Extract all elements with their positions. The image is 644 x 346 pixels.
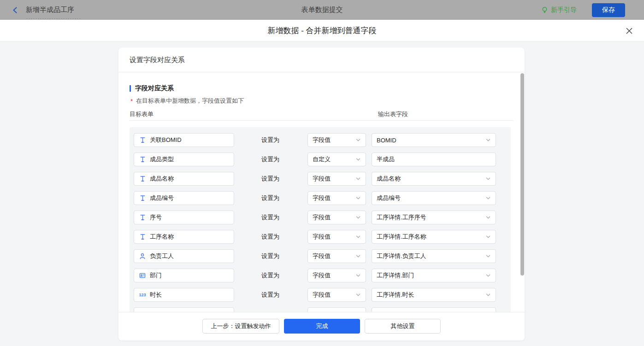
value-mode-select[interactable]: 字段值: [307, 172, 366, 186]
target-field-box: 序号: [134, 211, 234, 224]
text-field-icon: [139, 175, 146, 182]
chevron-left-icon: [12, 6, 19, 14]
mapping-row: 序号 设置为 字段值 工序详情.工序序号: [130, 211, 511, 230]
section-title: 字段对应关系: [130, 84, 525, 93]
target-field-box: 成品编号: [134, 191, 234, 205]
value-mode-text: 字段值: [313, 194, 331, 202]
target-field-name: 负责工人: [150, 252, 174, 260]
output-field-select[interactable]: 工序详情.负责工人: [372, 249, 496, 263]
output-field-select[interactable]: 成品编号: [372, 191, 496, 205]
value-mode-text: 自定义: [313, 155, 331, 164]
guide-bulb-icon: [541, 6, 548, 13]
prev-step-button[interactable]: 上一步：设置触发动作: [202, 319, 279, 334]
card-footer: 上一步：设置触发动作 完成 其他设置: [118, 312, 525, 340]
close-icon: [625, 27, 633, 35]
modal-title: 新增数据 - 合并新增到普通字段: [267, 25, 376, 36]
chevron-down-icon: [355, 292, 361, 298]
save-button[interactable]: 保存: [592, 3, 625, 17]
user-icon: [139, 252, 146, 260]
value-mode-select[interactable]: 字段值: [307, 249, 366, 263]
output-value-input[interactable]: 半成品: [372, 152, 496, 166]
chevron-down-icon: [485, 176, 491, 182]
chevron-down-icon: [485, 253, 491, 259]
target-field-box: [134, 307, 234, 312]
none: [139, 311, 146, 312]
title-edit-underline: [26, 18, 81, 19]
chevron-down-icon: [355, 157, 361, 162]
output-field-text: 半成品: [377, 155, 395, 164]
set-as-label: 设置为: [261, 133, 279, 147]
section-description: * 在目标表单中新增数据，字段值设置如下: [130, 97, 525, 105]
column-header-output-field: 输出表字段: [378, 110, 408, 118]
target-field-name: 部门: [150, 271, 162, 280]
chevron-down-icon: [485, 292, 491, 298]
output-field-text: 成品编号: [377, 194, 401, 202]
target-field-box: 负责工人: [134, 249, 234, 263]
value-mode-text: 字段值: [313, 136, 331, 144]
workflow-title[interactable]: 新增半成品工序: [26, 6, 74, 14]
value-mode-text: 字段值: [313, 175, 331, 183]
close-button[interactable]: [624, 26, 634, 36]
chevron-down-icon: [485, 234, 491, 240]
set-as-label: 设置为: [261, 152, 279, 166]
value-mode-select[interactable]: 字段值: [307, 269, 366, 282]
target-field-name: 时长: [150, 291, 162, 299]
output-field-select[interactable]: 成品名称: [372, 172, 496, 186]
set-as-label: 设置为: [261, 191, 279, 205]
modal-header: 新增数据 - 合并新增到普通字段: [0, 20, 644, 41]
output-value-input[interactable]: [372, 307, 496, 312]
mapping-row: 工序名称 设置为 字段值 工序详情.工序名称: [130, 230, 511, 249]
value-mode-text: 字段值: [313, 252, 331, 260]
chevron-down-icon: [355, 273, 361, 278]
output-field-text: 工序详情.负责工人: [377, 252, 426, 260]
mapping-row: 负责工人 设置为 字段值 工序详情.负责工人: [130, 249, 511, 269]
set-as-label: 设置为: [261, 269, 279, 282]
target-field-name: 关联BOMID: [150, 136, 182, 144]
target-field-box: 成品类型: [134, 152, 234, 166]
mapping-row: 部门 设置为 字段值 工序详情.部门: [130, 269, 511, 288]
output-field-text: 工序详情.工序序号: [377, 213, 426, 222]
output-field-text: 工序详情.时长: [377, 291, 414, 299]
target-field-name: 序号: [150, 213, 162, 222]
target-field-box: 工序名称: [134, 230, 234, 244]
output-field-select[interactable]: 工序详情.时长: [372, 288, 496, 302]
other-settings-button[interactable]: 其他设置: [365, 319, 441, 334]
chevron-down-icon: [485, 273, 491, 278]
text-field-icon: [139, 233, 146, 240]
target-field-name: 成品名称: [150, 175, 174, 183]
done-button[interactable]: 完成: [284, 319, 360, 334]
modal-body: 设置字段对应关系 字段对应关系 * 在目标表单中新增数据，字段值设置如下 目标表…: [0, 41, 644, 346]
output-field-select[interactable]: BOMID: [372, 133, 496, 147]
required-mark: *: [130, 98, 133, 105]
output-field-select[interactable]: 工序详情.工序序号: [372, 211, 496, 224]
back-button[interactable]: [11, 6, 19, 14]
value-mode-select[interactable]: 自定义: [307, 152, 366, 166]
chevron-down-icon: [355, 137, 361, 143]
value-mode-text: 字段值: [313, 271, 331, 280]
chevron-down-icon: [355, 234, 361, 240]
output-field-select[interactable]: 工序详情.工序名称: [372, 230, 496, 244]
chevron-down-icon: [485, 215, 491, 220]
card-header-title: 设置字段对应关系: [118, 47, 525, 72]
value-mode-select[interactable]: [307, 307, 366, 312]
set-as-label: 设置为: [261, 172, 279, 186]
output-field-select[interactable]: 工序详情.部门: [372, 269, 496, 282]
text-field-icon: [139, 136, 146, 144]
chevron-down-icon: [355, 253, 361, 259]
scrollbar-thumb[interactable]: [520, 73, 524, 276]
section-accent-bar: [130, 85, 131, 92]
beginner-guide-link[interactable]: 新手引导: [541, 6, 577, 14]
value-mode-select[interactable]: 字段值: [307, 211, 366, 224]
department-icon: [139, 272, 146, 279]
value-mode-select[interactable]: 字段值: [307, 191, 366, 205]
value-mode-select[interactable]: 字段值: [307, 230, 366, 244]
value-mode-select[interactable]: 字段值: [307, 288, 366, 302]
chevron-down-icon: [355, 195, 361, 201]
guide-label: 新手引导: [551, 6, 577, 14]
text-field-icon: [139, 214, 146, 221]
set-as-label: 设置为: [261, 288, 279, 302]
target-field-box: 123 时长: [134, 288, 234, 302]
value-mode-select[interactable]: 字段值: [307, 133, 366, 147]
text-field-icon: [139, 194, 146, 202]
output-field-text: 成品名称: [377, 175, 401, 183]
